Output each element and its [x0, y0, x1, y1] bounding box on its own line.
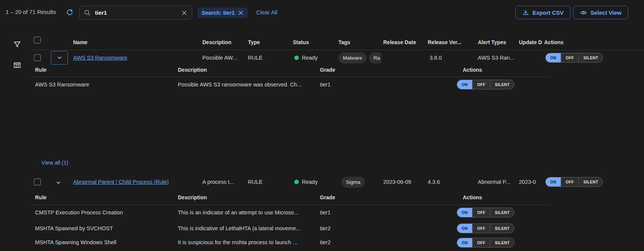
active-filter-chip[interactable]: Search: tier1	[197, 8, 248, 18]
rules-table-page: 1 – 20 of 71 Results Search: tier1 Clear…	[0, 0, 644, 251]
select-view-button[interactable]: Select View	[573, 6, 628, 19]
toggle-on[interactable]: ON	[457, 224, 472, 233]
toggle-on[interactable]: ON	[457, 238, 472, 247]
rule-release-version: 3.8.0	[430, 55, 442, 61]
rule-update-date: 2023-0	[519, 179, 536, 185]
toggle-on[interactable]: ON	[457, 80, 472, 89]
filter-chip-remove-icon[interactable]	[238, 10, 243, 15]
search-input[interactable]	[94, 9, 178, 16]
status-ready-dot	[294, 180, 299, 184]
rule-release-date: 2023-06-09	[383, 179, 411, 185]
rule-alert-types: Abnormal P...	[478, 179, 510, 185]
header-divider	[29, 50, 644, 50]
subcol-header-actions: Actions	[463, 67, 482, 73]
subrule-description: This is indicative of LethalHTA (a later…	[178, 225, 300, 231]
subrule-name: AWS S3 Ransomware	[35, 82, 89, 88]
columns-icon[interactable]	[12, 60, 21, 69]
rule-type: RULE	[248, 179, 263, 185]
col-header-description[interactable]: Description	[202, 39, 231, 45]
subrule-grade: tier2	[320, 225, 330, 231]
col-header-type[interactable]: Type	[248, 39, 260, 45]
rule-status: Ready	[294, 55, 318, 61]
subrule-grade: tier1	[320, 82, 330, 88]
subcol-header-description: Description	[178, 194, 207, 200]
select-all-checkbox[interactable]	[34, 37, 41, 43]
subtable-divider	[29, 205, 549, 205]
toggle-off[interactable]: OFF	[472, 208, 490, 217]
row-checkbox[interactable]	[34, 179, 41, 185]
rule-tags: Malware Ra	[338, 52, 381, 63]
select-view-label: Select View	[590, 9, 621, 16]
rule-alert-types: AWS S3 Ran...	[478, 55, 514, 61]
row-expand-button[interactable]	[55, 179, 62, 186]
subcol-header-rule: Rule	[35, 194, 46, 200]
toggle-silent[interactable]: SILENT	[490, 80, 514, 89]
clear-all-link[interactable]: Clear All	[256, 9, 277, 15]
tag-chip[interactable]: Sigma	[341, 177, 365, 188]
search-box[interactable]	[79, 6, 192, 20]
eye-icon	[580, 9, 587, 16]
col-header-release-version[interactable]: Release Ver...	[428, 39, 462, 45]
results-count: 1 – 20 of 71 Results	[6, 9, 56, 15]
subcol-header-grade: Grade	[320, 194, 335, 200]
toggle-silent[interactable]: SILENT	[490, 224, 514, 233]
col-header-alert-types[interactable]: Alert Types	[478, 39, 506, 45]
col-header-tags[interactable]: Tags	[338, 39, 350, 45]
subcol-header-actions: Actions	[463, 194, 482, 200]
subrule-description: It is suspicious for the mshta process t…	[178, 239, 297, 245]
search-clear-icon[interactable]	[181, 10, 187, 16]
view-all-link[interactable]: View all (1)	[41, 160, 68, 166]
col-header-actions: Actions	[544, 39, 563, 45]
rule-name-link[interactable]: Abnormal Parent / Child Process (Rule)	[73, 179, 169, 185]
rule-status: Ready	[294, 179, 318, 185]
tag-chip[interactable]: Malware	[338, 52, 367, 63]
subrule-action-toggle: ON OFF SILENT	[457, 223, 514, 233]
subrule-grade: tier2	[320, 239, 330, 245]
toggle-off[interactable]: OFF	[472, 224, 490, 233]
toggle-off[interactable]: OFF	[472, 80, 490, 89]
rule-action-toggle: ON OFF SILENT	[545, 53, 603, 63]
subrule-action-toggle: ON OFF SILENT	[457, 208, 514, 217]
filter-chip-label: Search: tier1	[202, 10, 235, 16]
subcol-header-rule: Rule	[35, 67, 46, 73]
col-header-update-date[interactable]: Update D	[519, 39, 542, 45]
filter-funnel-icon[interactable]	[12, 40, 21, 49]
subrule-action-toggle: ON OFF SILENT	[457, 238, 514, 248]
chevron-down-icon	[55, 180, 61, 186]
refresh-icon[interactable]	[66, 8, 74, 17]
search-icon	[84, 9, 91, 16]
subrule-name: MSHTA Spawned by SVCHOST	[35, 225, 113, 231]
rule-tags: Sigma	[341, 177, 382, 188]
rule-description: A process t...	[202, 179, 234, 185]
rule-name-link[interactable]: AWS S3 Ransomware	[73, 55, 127, 61]
toggle-on[interactable]: ON	[457, 208, 472, 217]
rule-action-toggle: ON OFF SILENT	[545, 177, 603, 187]
tag-chip[interactable]: Ra	[369, 52, 381, 63]
subtable-divider	[29, 77, 549, 77]
toggle-silent[interactable]: SILENT	[578, 177, 603, 186]
rule-release-version: 4.3.6	[428, 179, 440, 185]
chevron-down-icon	[57, 55, 63, 61]
export-csv-label: Export CSV	[532, 9, 564, 16]
rule-description: Possible AW...	[202, 55, 237, 61]
export-csv-button[interactable]: Export CSV	[516, 6, 571, 19]
rule-type: RULE	[248, 55, 263, 61]
toggle-on[interactable]: ON	[546, 53, 561, 62]
toggle-off[interactable]: OFF	[561, 177, 578, 186]
col-header-status[interactable]: Status	[293, 39, 309, 45]
toggle-silent[interactable]: SILENT	[578, 53, 603, 62]
toggle-silent[interactable]: SILENT	[490, 238, 514, 247]
col-header-release-date[interactable]: Release Date	[383, 39, 416, 45]
status-label: Ready	[302, 179, 318, 185]
row-expand-button[interactable]	[51, 51, 68, 65]
col-header-name[interactable]: Name	[73, 39, 87, 45]
toggle-off[interactable]: OFF	[561, 53, 578, 62]
row-checkbox[interactable]	[34, 54, 41, 61]
status-ready-dot	[294, 55, 299, 60]
toggle-silent[interactable]: SILENT	[490, 208, 514, 217]
subcol-header-grade: Grade	[320, 67, 335, 73]
toggle-on[interactable]: ON	[546, 177, 561, 186]
download-icon	[522, 9, 529, 16]
toggle-off[interactable]: OFF	[472, 238, 490, 247]
subrule-name: CMSTP Execution Process Creation	[35, 209, 123, 216]
